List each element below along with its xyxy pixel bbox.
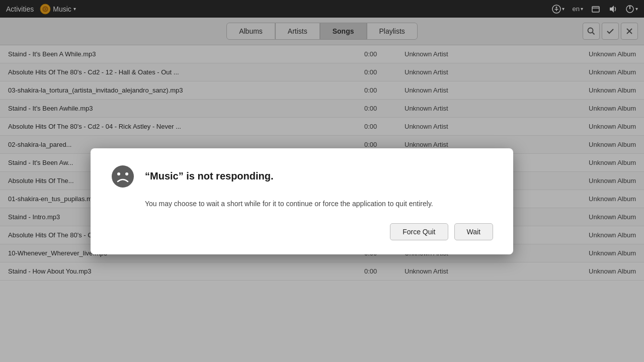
sad-face-icon — [111, 164, 135, 189]
not-responding-dialog: “Music” is not responding. You may choos… — [91, 148, 513, 254]
dialog-buttons: Force Quit Wait — [111, 223, 493, 240]
dialog-title: “Music” is not responding. — [145, 170, 274, 182]
svg-point-18 — [112, 165, 134, 188]
force-quit-button[interactable]: Force Quit — [390, 223, 448, 240]
wait-button[interactable]: Wait — [454, 223, 493, 240]
svg-point-19 — [117, 172, 120, 175]
dialog-overlay: “Music” is not responding. You may choos… — [0, 0, 644, 362]
svg-point-20 — [125, 172, 128, 175]
dialog-header: “Music” is not responding. — [111, 164, 493, 189]
dialog-body: You may choose to wait a short while for… — [111, 199, 493, 209]
